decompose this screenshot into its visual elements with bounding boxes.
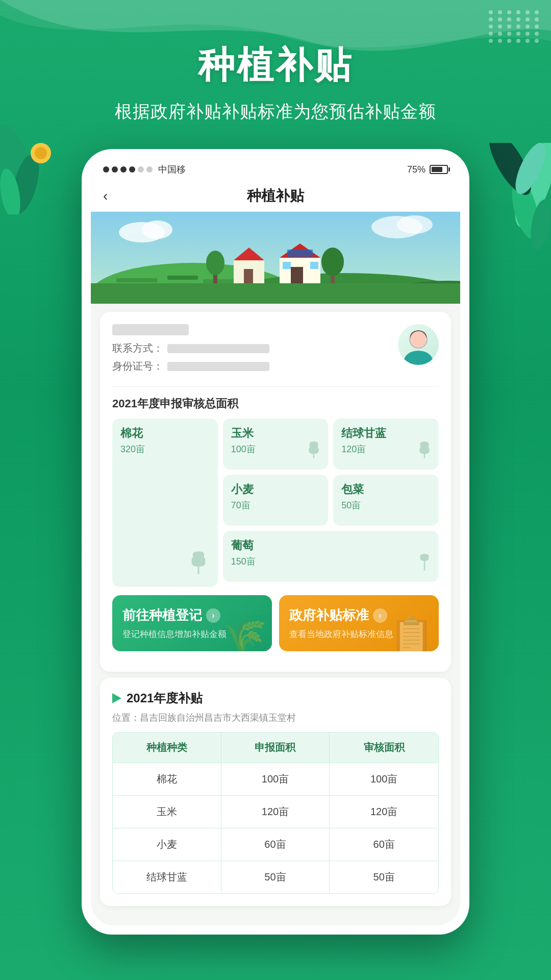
svg-rect-23 (291, 267, 303, 283)
svg-rect-30 (287, 250, 313, 257)
crop-card-cabbage: 结球甘蓝 120亩 (333, 419, 439, 470)
td-wheat-name: 小麦 (113, 828, 221, 861)
table-row-corn: 玉米 120亩 120亩 (113, 795, 438, 828)
crop-card-corn: 玉米 100亩 (223, 419, 329, 470)
crop-area-grape: 150亩 (231, 555, 431, 568)
leaf-left-decoration (0, 112, 61, 216)
phone-outer: 中国移 75% ‹ 种植补贴 (82, 149, 469, 935)
crop-name-pakchoi: 包菜 (341, 482, 431, 497)
nav-bar: ‹ 种植补贴 (91, 181, 460, 212)
table-row-wheat: 小麦 60亩 60亩 (113, 828, 438, 861)
farm-banner (91, 212, 460, 304)
td-wheat-declared: 60亩 (221, 828, 330, 861)
user-details: 联系方式： 身份证号： (112, 324, 398, 377)
svg-rect-24 (283, 262, 291, 269)
subsidy-table: 种植种类 申报面积 审核面积 棉花 100亩 100亩 玉米 120亩 (112, 732, 439, 894)
id-label: 身份证号： (112, 359, 163, 373)
svg-point-29 (206, 251, 224, 275)
crop-card-pakchoi: 包菜 50亩 (333, 475, 439, 526)
th-declared-area: 申报面积 (221, 732, 330, 763)
td-cotton-declared: 100亩 (221, 763, 330, 795)
subsidy-standard-button[interactable]: 政府补贴标准 › 查看当地政府补贴标准信息 📋 (279, 595, 439, 651)
crop-card-grape: 葡萄 150亩 (223, 531, 439, 582)
td-corn-reviewed: 120亩 (330, 796, 438, 828)
crop-card-wheat: 小麦 70亩 (223, 475, 329, 526)
register-button-icon: 🌾 (222, 615, 267, 651)
th-crop-type: 种植种类 (113, 732, 221, 763)
crop-card-cotton: 棉花 320亩 (112, 419, 218, 587)
signal-dot-2 (112, 166, 118, 173)
signal-dot-4 (129, 166, 135, 173)
crop-section-title: 2021年度申报审核总面积 (112, 396, 439, 411)
crop-name-grape: 葡萄 (231, 538, 431, 553)
svg-point-4 (35, 147, 47, 159)
svg-point-32 (142, 220, 172, 239)
svg-rect-14 (91, 283, 460, 304)
contact-field: 联系方式： (112, 341, 398, 355)
carrier-text: 中国移 (158, 163, 186, 176)
crop-area-pakchoi: 50亩 (341, 499, 431, 511)
crop-icon-cabbage (414, 436, 435, 465)
bottom-spacer (100, 906, 451, 916)
subsidy-location: 位置：昌吉回族自治州昌吉市大西渠镇玉堂村 (112, 712, 439, 724)
main-title: 种植补贴 (0, 41, 551, 90)
td-corn-declared: 120亩 (221, 796, 330, 828)
battery-percent: 75% (407, 164, 425, 175)
back-button[interactable]: ‹ (103, 188, 108, 204)
crop-icon-cotton (183, 546, 214, 583)
phone-mockup: 中国移 75% ‹ 种植补贴 (82, 149, 469, 935)
svg-rect-16 (167, 276, 198, 280)
td-corn-name: 玉米 (113, 796, 221, 828)
battery-fill (432, 167, 442, 172)
svg-point-41 (190, 555, 206, 568)
contact-label: 联系方式： (112, 341, 163, 355)
subsidy-header: 2021年度补贴 (112, 690, 439, 706)
subsidy-card: 2021年度补贴 位置：昌吉回族自治州昌吉市大西渠镇玉堂村 种植种类 申报面积 … (100, 678, 451, 906)
table-row-cabbage: 结球甘蓝 50亩 50亩 (113, 861, 438, 893)
td-cabbage-declared: 50亩 (221, 861, 330, 893)
signal-dot-5 (138, 166, 144, 173)
user-info: 联系方式： 身份证号： (112, 324, 439, 387)
td-cotton-name: 棉花 (113, 763, 221, 795)
td-cotton-reviewed: 100亩 (330, 763, 438, 795)
crop-area-cotton: 320亩 (120, 443, 210, 455)
register-arrow-icon: › (206, 608, 220, 623)
td-wheat-reviewed: 60亩 (330, 828, 438, 861)
standard-arrow-icon: › (373, 608, 387, 623)
battery-icon (430, 165, 448, 174)
svg-point-27 (321, 248, 344, 276)
svg-rect-25 (310, 262, 318, 269)
signal-dot-1 (103, 166, 109, 173)
signal-area: 中国移 (103, 163, 186, 176)
signal-dot-6 (146, 166, 153, 173)
table-row-cotton: 棉花 100亩 100亩 (113, 763, 438, 795)
sub-title: 根据政府补贴补贴标准为您预估补贴金额 (0, 100, 551, 124)
leaf-right-decoration (480, 143, 551, 257)
standard-button-icon: 📋 (389, 615, 434, 651)
status-right: 75% (407, 164, 448, 175)
header-area: 种植补贴 根据政府补贴补贴标准为您预估补贴金额 (0, 0, 551, 124)
id-blur (167, 362, 269, 371)
signal-dot-3 (120, 166, 127, 173)
contact-blur (167, 344, 269, 353)
user-avatar (398, 324, 439, 365)
svg-point-36 (404, 351, 433, 365)
svg-point-34 (397, 215, 433, 234)
svg-rect-20 (244, 269, 253, 283)
subsidy-triangle-icon (112, 693, 121, 703)
svg-rect-15 (116, 278, 157, 282)
td-cabbage-reviewed: 50亩 (330, 861, 438, 893)
user-card: 联系方式： 身份证号： (100, 312, 451, 672)
planting-register-button[interactable]: 前往种植登记 › 登记种植信息增加补贴金额 🌾 (112, 595, 272, 651)
crop-area-wheat: 70亩 (231, 499, 320, 511)
crop-grid: 棉花 320亩 (112, 419, 439, 587)
user-name-blur (112, 324, 189, 335)
status-bar: 中国移 75% (91, 158, 460, 181)
th-reviewed-area: 审核面积 (330, 732, 438, 763)
action-row: 前往种植登记 › 登记种植信息增加补贴金额 🌾 政府补贴标准 › 查看当地政 (112, 595, 439, 651)
id-field: 身份证号： (112, 359, 398, 373)
svg-point-37 (410, 331, 427, 348)
phone-inner: 中国移 75% ‹ 种植补贴 (91, 158, 460, 925)
crop-icon-corn (304, 436, 324, 465)
subsidy-year-title: 2021年度补贴 (127, 690, 203, 706)
